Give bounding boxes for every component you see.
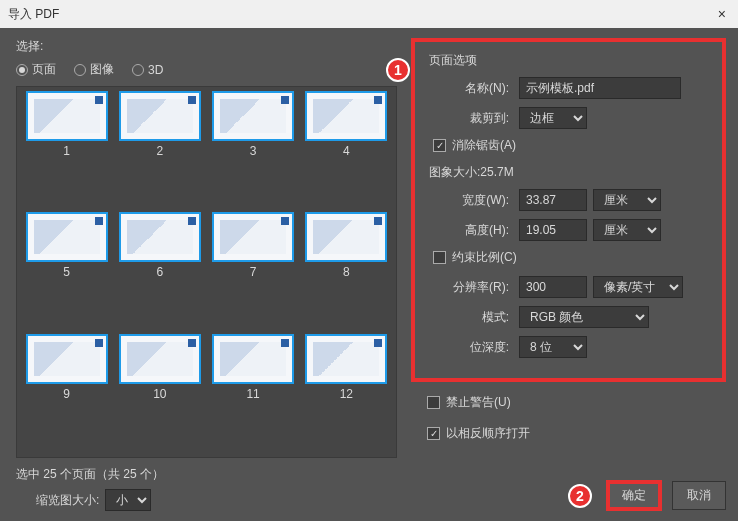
thumbnail-grid[interactable]: 123456789101112 (16, 86, 397, 458)
dialog-buttons: 2 确定 取消 (411, 474, 726, 511)
radio-icon (74, 64, 86, 76)
thumbnail-cell[interactable]: 2 (114, 91, 205, 210)
name-input[interactable] (519, 77, 681, 99)
radio-label: 图像 (90, 61, 114, 78)
thumb-size-label: 缩览图大小: (36, 492, 99, 509)
height-unit-select[interactable]: 厘米 (593, 219, 661, 241)
resolution-unit-select[interactable]: 像素/英寸 (593, 276, 683, 298)
content-type-radios: 页面 图像 3D (16, 61, 397, 78)
title-bar: 导入 PDF × (0, 0, 738, 28)
radio-icon (132, 64, 144, 76)
resolution-label: 分辨率(R): (425, 279, 513, 296)
depth-select[interactable]: 8 位 (519, 336, 587, 358)
page-thumbnail[interactable] (305, 212, 387, 262)
page-thumbnail[interactable] (26, 334, 108, 384)
image-size-title: 图象大小:25.7M (425, 164, 712, 181)
page-thumbnail[interactable] (26, 91, 108, 141)
reverse-order-label: 以相反顺序打开 (446, 425, 530, 442)
thumbnail-number: 6 (157, 265, 164, 279)
thumb-size-select[interactable]: 小 (105, 489, 151, 511)
page-thumbnail[interactable] (119, 334, 201, 384)
radio-page[interactable]: 页面 (16, 61, 56, 78)
width-unit-select[interactable]: 厘米 (593, 189, 661, 211)
thumbnail-number: 11 (246, 387, 259, 401)
height-label: 高度(H): (425, 222, 513, 239)
resolution-input[interactable] (519, 276, 587, 298)
thumbnail-cell[interactable]: 1 (21, 91, 112, 210)
radio-3d[interactable]: 3D (132, 63, 163, 77)
page-thumbnail[interactable] (119, 212, 201, 262)
antialias-label: 消除锯齿(A) (452, 137, 516, 154)
radio-label: 3D (148, 63, 163, 77)
thumbnail-cell[interactable]: 10 (114, 334, 205, 453)
thumbnail-cell[interactable]: 11 (208, 334, 299, 453)
ok-button[interactable]: 确定 (606, 480, 662, 511)
thumbnail-cell[interactable]: 7 (208, 212, 299, 331)
page-thumbnail[interactable] (212, 212, 294, 262)
thumbnail-cell[interactable]: 5 (21, 212, 112, 331)
height-input[interactable] (519, 219, 587, 241)
crop-label: 裁剪到: (425, 110, 513, 127)
page-thumbnail[interactable] (212, 91, 294, 141)
page-thumbnail[interactable] (212, 334, 294, 384)
page-thumbnail[interactable] (26, 212, 108, 262)
name-label: 名称(N): (425, 80, 513, 97)
thumbnail-cell[interactable]: 12 (301, 334, 392, 453)
radio-label: 页面 (32, 61, 56, 78)
thumbnail-number: 2 (157, 144, 164, 158)
thumbnail-number: 4 (343, 144, 350, 158)
suppress-warnings-label: 禁止警告(U) (446, 394, 511, 411)
left-panel: 选择: 页面 图像 3D 123456789101112 选中 25 个页面（共… (0, 28, 405, 521)
thumbnail-number: 12 (340, 387, 353, 401)
thumbnail-number: 8 (343, 265, 350, 279)
thumbnail-number: 9 (63, 387, 70, 401)
thumbnail-number: 1 (63, 144, 70, 158)
thumbnail-number: 10 (153, 387, 166, 401)
select-label: 选择: (16, 38, 397, 55)
depth-label: 位深度: (425, 339, 513, 356)
antialias-checkbox[interactable] (433, 139, 446, 152)
close-icon[interactable]: × (714, 6, 730, 22)
crop-select[interactable]: 边框 (519, 107, 587, 129)
reverse-order-checkbox[interactable] (427, 427, 440, 440)
mode-select[interactable]: RGB 颜色 (519, 306, 649, 328)
width-input[interactable] (519, 189, 587, 211)
annotation-badge-1: 1 (386, 58, 410, 82)
width-label: 宽度(W): (425, 192, 513, 209)
thumbnail-number: 5 (63, 265, 70, 279)
thumbnail-cell[interactable]: 9 (21, 334, 112, 453)
constrain-checkbox[interactable] (433, 251, 446, 264)
thumbnail-cell[interactable]: 4 (301, 91, 392, 210)
page-thumbnail[interactable] (305, 91, 387, 141)
suppress-warnings-checkbox[interactable] (427, 396, 440, 409)
page-thumbnail[interactable] (305, 334, 387, 384)
page-options-title: 页面选项 (425, 52, 712, 69)
page-options-group: 页面选项 名称(N): 裁剪到: 边框 消除锯齿(A) 图象大小:25.7M 宽… (411, 38, 726, 382)
thumbnail-number: 3 (250, 144, 257, 158)
thumbnail-cell[interactable]: 8 (301, 212, 392, 331)
cancel-button[interactable]: 取消 (672, 481, 726, 510)
window-title: 导入 PDF (8, 6, 59, 23)
page-thumbnail[interactable] (119, 91, 201, 141)
radio-image[interactable]: 图像 (74, 61, 114, 78)
thumbnail-number: 7 (250, 265, 257, 279)
mode-label: 模式: (425, 309, 513, 326)
radio-icon (16, 64, 28, 76)
constrain-label: 约束比例(C) (452, 249, 517, 266)
right-panel: 1 页面选项 名称(N): 裁剪到: 边框 消除锯齿(A) 图象大小:25.7M… (405, 28, 738, 521)
selection-info: 选中 25 个页面（共 25 个） (16, 466, 397, 483)
annotation-badge-2: 2 (568, 484, 592, 508)
thumbnail-cell[interactable]: 6 (114, 212, 205, 331)
thumbnail-cell[interactable]: 3 (208, 91, 299, 210)
